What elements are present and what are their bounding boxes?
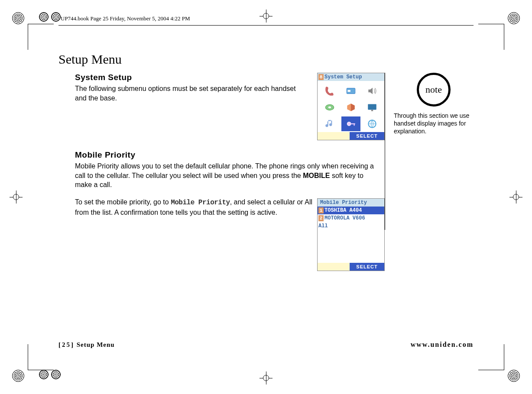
footer-page-number: [25] — [58, 341, 75, 348]
lcd-softkey-row: SELECT — [318, 132, 384, 140]
key-icon — [341, 116, 361, 131]
section-body: The following submenu options must be se… — [75, 84, 300, 103]
crop-corner-icon — [28, 344, 54, 370]
lcd-softkey-select: SELECT — [350, 263, 384, 271]
note-text: Through this section we use handset disp… — [394, 112, 474, 136]
section-heading: System Setup — [75, 73, 376, 82]
page-footer: [25] Setup Menu www.uniden.com — [58, 339, 474, 351]
section-system-setup: System Setup The following submenu optio… — [58, 73, 376, 103]
ui-label-inline: Mobile Priority — [171, 199, 230, 207]
text-run: To set the mobile priority, go to — [75, 198, 171, 206]
text-bold: MOBILE — [303, 172, 330, 179]
side-column: note Through this section we use handset… — [385, 73, 474, 230]
footer-url: www.uniden.com — [411, 341, 474, 349]
registration-mark-icon — [508, 370, 520, 382]
footer-page-ref: [25] Setup Menu — [58, 341, 115, 349]
main-column: 8System Setup SELECT — [58, 73, 385, 230]
registration-mark-icon — [508, 12, 520, 24]
globe-icon — [362, 116, 382, 131]
svg-rect-8 — [354, 123, 354, 126]
section-heading: Mobile Priority — [75, 150, 376, 160]
divider — [58, 25, 474, 26]
footer-page-label: Setup Menu — [77, 341, 115, 348]
document-runner: UP744.book Page 25 Friday, November 5, 2… — [61, 15, 190, 22]
crosshair-icon — [509, 191, 522, 203]
crop-corner-icon — [478, 24, 504, 50]
crop-corner-icon — [28, 24, 54, 50]
lcd-softkey-select: SELECT — [350, 132, 384, 140]
lcd-list-row: All — [318, 222, 384, 230]
registration-mark-icon — [12, 370, 24, 382]
note-callout: note Through this section we use handset… — [394, 73, 474, 136]
section-body: To set the mobile priority, go to Mobile… — [75, 197, 315, 217]
crosshair-icon — [10, 191, 23, 203]
section-body: Mobile Priority allows you to set the de… — [75, 161, 376, 190]
page-title: Setup Menu — [58, 52, 474, 67]
registration-dots-icon — [39, 12, 61, 24]
svg-rect-5 — [371, 110, 373, 111]
section-mobile-priority: Mobile Priority Mobile Priority allows y… — [58, 150, 376, 217]
svg-rect-4 — [368, 104, 376, 110]
registration-dots-icon — [39, 370, 61, 382]
crosshair-icon — [260, 10, 272, 23]
registration-mark-icon — [12, 12, 24, 24]
crop-corner-icon — [478, 344, 504, 370]
svg-point-6 — [347, 122, 351, 126]
svg-point-3 — [328, 107, 331, 108]
page-body: Setup Menu 8System Setup — [58, 52, 474, 351]
music-icon — [320, 116, 340, 131]
lcd-softkey-row: SELECT — [318, 263, 384, 271]
note-icon: note — [417, 73, 451, 107]
crosshair-icon — [260, 371, 272, 384]
